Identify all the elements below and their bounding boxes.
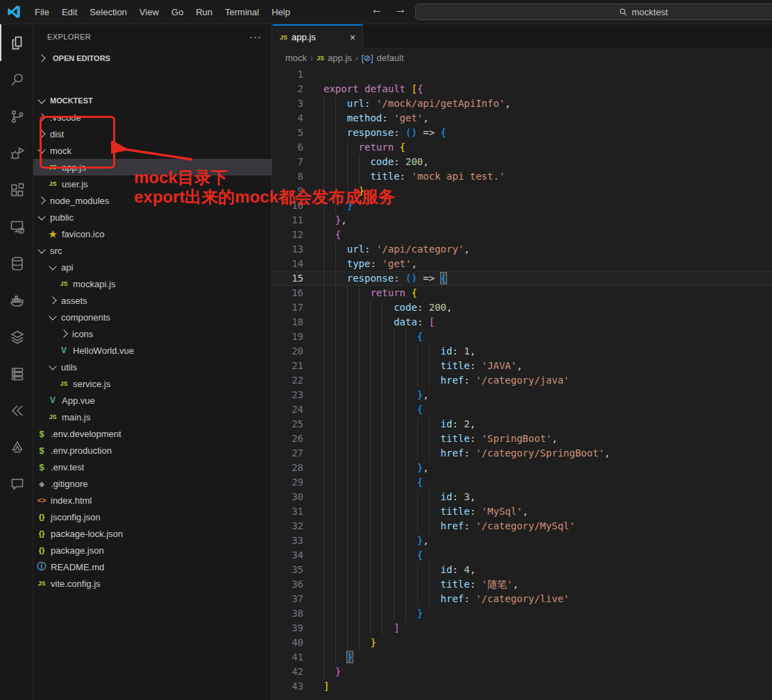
database-activity-icon[interactable] xyxy=(0,245,33,282)
close-icon[interactable]: × xyxy=(350,32,355,43)
code-line-41[interactable]: 41 } xyxy=(273,650,772,665)
tree-item--env-development[interactable]: $.env.development xyxy=(33,425,272,442)
code-line-7[interactable]: 7 code: 200, xyxy=(273,155,772,169)
code-line-10[interactable]: 10 } xyxy=(273,198,772,213)
code-line-26[interactable]: 26 title: 'SpringBoot', xyxy=(273,432,772,446)
code-line-38[interactable]: 38 } xyxy=(273,606,772,621)
code-line-12[interactable]: 12 { xyxy=(273,228,772,242)
tree-item-app-vue[interactable]: VApp.vue xyxy=(33,392,272,409)
code-line-11[interactable]: 11 }, xyxy=(273,213,772,228)
layers-activity-icon[interactable] xyxy=(0,318,33,355)
run-debug-activity-icon[interactable] xyxy=(0,135,33,171)
menu-view[interactable]: View xyxy=(133,4,165,20)
tree-item-index-html[interactable]: <>index.html xyxy=(33,492,272,509)
code-line-33[interactable]: 33 }, xyxy=(273,533,772,548)
tree-item--env-test[interactable]: $.env.test xyxy=(33,459,272,475)
code-line-16[interactable]: 16 return { xyxy=(273,286,772,300)
tree-item-mock[interactable]: mock xyxy=(33,142,272,159)
code-line-42[interactable]: 42 } xyxy=(273,665,772,679)
code-line-9[interactable]: 9 } xyxy=(273,184,772,198)
tree-item--vscode[interactable]: .vscode xyxy=(33,109,272,126)
code-line-20[interactable]: 20 id: 1, xyxy=(273,344,772,359)
code-line-1[interactable]: 1 xyxy=(273,67,772,82)
extensions-activity-icon[interactable] xyxy=(0,171,33,208)
tree-item--env-production[interactable]: $.env.production xyxy=(33,442,272,459)
code-line-22[interactable]: 22 href: '/category/java' xyxy=(273,373,772,388)
tree-root-mocktest[interactable]: MOCKTEST xyxy=(33,92,272,109)
open-editors-section[interactable]: OPEN EDITORS xyxy=(33,49,271,68)
code-line-32[interactable]: 32 href: '/category/MySql' xyxy=(273,519,772,533)
tree-item-vite-config-js[interactable]: JSvite.config.js xyxy=(33,575,272,592)
code-line-13[interactable]: 13 url: '/api/category', xyxy=(273,242,772,257)
code-line-30[interactable]: 30 id: 3, xyxy=(273,490,772,504)
code-line-18[interactable]: 18 data: [ xyxy=(273,315,772,330)
tree-item--gitignore[interactable]: ◆.gitignore xyxy=(33,475,272,492)
code-line-3[interactable]: 3 url: '/mock/api/getApiInfo', xyxy=(273,96,772,111)
code-line-27[interactable]: 27 href: '/category/SpringBoot', xyxy=(273,446,772,461)
remote-explorer-activity-icon[interactable] xyxy=(0,208,33,245)
search-activity-icon[interactable] xyxy=(0,61,33,98)
tree-item-api[interactable]: api xyxy=(33,259,272,275)
stack-activity-icon[interactable] xyxy=(0,355,33,392)
code-line-40[interactable]: 40 } xyxy=(273,635,772,650)
menu-help[interactable]: Help xyxy=(265,4,296,20)
tree-item-utils[interactable]: utils xyxy=(33,359,272,375)
knot-activity-icon[interactable] xyxy=(0,429,33,466)
menu-selection[interactable]: Selection xyxy=(83,4,133,20)
code-line-36[interactable]: 36 title: '随笔', xyxy=(273,577,772,592)
chat-activity-icon[interactable] xyxy=(0,466,33,502)
code-line-28[interactable]: 28 }, xyxy=(273,461,772,475)
collapse-activity-icon[interactable] xyxy=(0,392,33,429)
code-line-31[interactable]: 31 title: 'MySql', xyxy=(273,504,772,519)
tree-item-app-js[interactable]: JSapp.js xyxy=(33,159,272,176)
tree-item-jsconfig-json[interactable]: {}jsconfig.json xyxy=(33,509,272,525)
code-line-4[interactable]: 4 method: 'get', xyxy=(273,111,772,126)
code-line-14[interactable]: 14 type: 'get', xyxy=(273,257,772,271)
breadcrumb-symbol[interactable]: default xyxy=(377,53,404,63)
code-line-8[interactable]: 8 title: 'mock api test.' xyxy=(273,169,772,184)
code-line-2[interactable]: 2export default [{ xyxy=(273,82,772,96)
tree-item-dist[interactable]: dist xyxy=(33,126,272,142)
more-actions-icon[interactable]: ··· xyxy=(249,31,262,42)
command-center-search[interactable]: mocktest xyxy=(415,3,772,20)
source-control-activity-icon[interactable] xyxy=(0,98,33,135)
tree-item-public[interactable]: public xyxy=(33,209,272,225)
tree-item-package-lock-json[interactable]: {}package-lock.json xyxy=(33,525,272,542)
code-line-23[interactable]: 23 }, xyxy=(273,388,772,402)
tree-item-src[interactable]: src xyxy=(33,242,272,259)
code-editor[interactable]: 12export default [{3 url: '/mock/api/get… xyxy=(273,67,772,694)
tree-item-icons[interactable]: icons xyxy=(33,325,272,342)
tree-item-components[interactable]: components xyxy=(33,309,272,325)
tree-item-mockapi-js[interactable]: JSmockapi.js xyxy=(33,275,272,292)
tree-item-readme-md[interactable]: ⓘREADME.md xyxy=(33,558,272,575)
tree-item-node-modules[interactable]: node_modules xyxy=(33,192,272,209)
code-line-17[interactable]: 17 code: 200, xyxy=(273,300,772,315)
code-line-15[interactable]: 15 response: () => { xyxy=(273,271,772,286)
code-line-21[interactable]: 21 title: 'JAVA', xyxy=(273,359,772,373)
menu-edit[interactable]: Edit xyxy=(56,4,83,20)
tree-item-assets[interactable]: assets xyxy=(33,292,272,309)
code-line-6[interactable]: 6 return { xyxy=(273,140,772,155)
menu-terminal[interactable]: Terminal xyxy=(219,4,265,20)
tree-item-helloworld-vue[interactable]: VHelloWorld.vue xyxy=(33,342,272,359)
tree-item-package-json[interactable]: {}package.json xyxy=(33,542,272,558)
code-line-5[interactable]: 5 response: () => { xyxy=(273,126,772,140)
code-line-37[interactable]: 37 href: '/category/live' xyxy=(273,592,772,606)
tree-item-user-js[interactable]: JSuser.js xyxy=(33,176,272,192)
menu-run[interactable]: Run xyxy=(190,4,219,20)
code-line-25[interactable]: 25 id: 2, xyxy=(273,417,772,432)
code-line-39[interactable]: 39 ] xyxy=(273,621,772,635)
code-line-35[interactable]: 35 id: 4, xyxy=(273,563,772,577)
code-line-29[interactable]: 29 { xyxy=(273,475,772,490)
tree-item-main-js[interactable]: JSmain.js xyxy=(33,409,272,425)
menu-file[interactable]: File xyxy=(28,4,56,20)
menu-go[interactable]: Go xyxy=(165,4,190,20)
tree-item-service-js[interactable]: JSservice.js xyxy=(33,375,272,392)
explorer-activity-icon[interactable] xyxy=(0,24,33,61)
breadcrumb-file[interactable]: app.js xyxy=(328,53,352,63)
code-line-43[interactable]: 43] xyxy=(273,679,772,694)
tree-item-favicon-ico[interactable]: ★favicon.ico xyxy=(33,225,272,242)
breadcrumb-folder[interactable]: mock xyxy=(285,53,307,63)
docker-activity-icon[interactable] xyxy=(0,282,33,318)
code-line-24[interactable]: 24 { xyxy=(273,402,772,417)
